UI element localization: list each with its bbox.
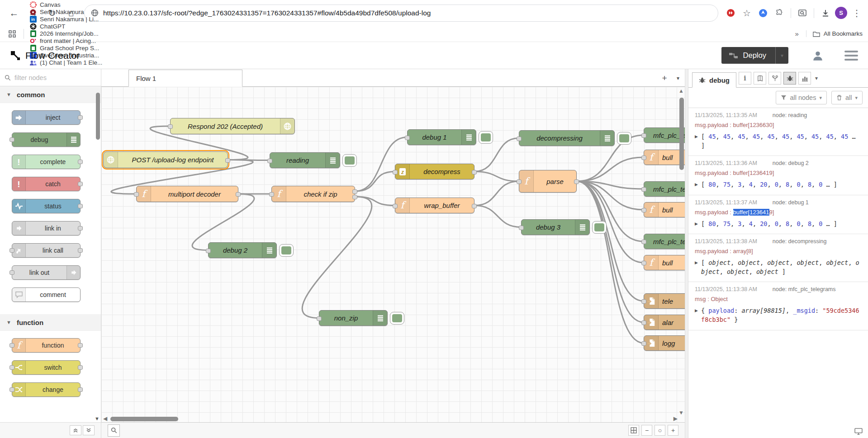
wire-parse-to-tele[interactable]: [577, 181, 644, 301]
flow-node-bull2[interactable]: fbull: [644, 202, 685, 217]
palette-section-common[interactable]: ▼common: [0, 86, 101, 103]
bookmark-item[interactable]: Canvas: [29, 1, 102, 9]
wire-parse-to-ala[interactable]: [577, 181, 644, 322]
debug-clear-button[interactable]: all ▾: [831, 91, 863, 104]
flow-node-nonzip[interactable]: non_zip: [319, 310, 388, 326]
input-port[interactable]: [269, 192, 274, 197]
palette-filter[interactable]: [0, 69, 101, 86]
input-port[interactable]: [641, 341, 646, 346]
flow-node-tele[interactable]: tele: [644, 293, 685, 309]
output-port[interactable]: [78, 182, 83, 186]
bookmarks-overflow-icon[interactable]: »: [795, 30, 798, 38]
input-port[interactable]: [641, 320, 646, 325]
message-property[interactable]: msg.payload : buffer[1236630]: [695, 122, 863, 128]
palette-node-link-in[interactable]: link in: [12, 221, 81, 235]
bookmark-item[interactable]: inSenri Nakamura | Li...: [29, 16, 102, 23]
navigator-search-button[interactable]: [108, 424, 120, 437]
input-port[interactable]: [641, 299, 646, 304]
wire-wrapbuffer-to-debug3[interactable]: [474, 206, 521, 227]
wire-decompress-to-parse[interactable]: [474, 172, 519, 182]
flow-node-debug3[interactable]: debug 3: [521, 219, 590, 235]
flow-node-parse[interactable]: fparse: [519, 170, 577, 193]
input-port[interactable]: [206, 249, 211, 253]
debug-toggle-button[interactable]: [592, 221, 607, 234]
tab-flow-1[interactable]: Flow 1: [128, 70, 242, 87]
palette-scrollbar-thumb[interactable]: [96, 93, 100, 140]
input-port[interactable]: [168, 124, 173, 129]
config-nodes-tab-icon[interactable]: [768, 72, 781, 85]
flow-node-debug2[interactable]: debug 2: [208, 242, 277, 258]
output-port[interactable]: [78, 248, 83, 253]
output-port[interactable]: [225, 158, 230, 163]
debug-message[interactable]: 11/13/2025, 11:13:37 AM node: debug 1 ms…: [688, 195, 868, 235]
wire-multiport-to-debug2[interactable]: [192, 194, 254, 250]
profile-avatar[interactable]: S: [835, 7, 847, 19]
all-bookmarks-button[interactable]: All Bookmarks: [806, 30, 863, 37]
input-port[interactable]: [393, 204, 398, 208]
palette-scroll-down-icon[interactable]: ▼: [95, 416, 100, 421]
output-port[interactable]: [78, 160, 83, 164]
canvas-scroll-right-icon[interactable]: ▶: [674, 415, 678, 422]
input-port[interactable]: [641, 187, 646, 192]
output-port[interactable]: [352, 195, 357, 199]
expand-triangle-icon[interactable]: ▶: [695, 134, 698, 140]
input-port[interactable]: [9, 387, 14, 392]
help-tab-icon[interactable]: [754, 72, 766, 85]
flow-node-respond[interactable]: Respond 202 (Accepted): [170, 118, 295, 134]
canvas-scroll-left-icon[interactable]: ◀: [103, 415, 107, 422]
message-payload[interactable]: ▶[ 45, 45, 45, 45, 45, 45, 45, 45, 45, 4…: [695, 132, 863, 150]
blue-extension-icon[interactable]: [756, 6, 770, 20]
zoom-reset-button[interactable]: ○: [655, 425, 665, 436]
palette-node-comment[interactable]: comment: [12, 287, 81, 302]
message-payload[interactable]: ▶{ payload: array[98815], _msgid: "59cde…: [695, 306, 863, 324]
deploy-button[interactable]: Deploy ▾: [721, 47, 788, 64]
bookmark-item[interactable]: O'front matter | Acing...: [29, 38, 102, 45]
expand-all-button[interactable]: [83, 425, 95, 435]
debug-message[interactable]: 11/13/2025, 11:13:35 AM node: reading ms…: [688, 108, 868, 156]
input-port[interactable]: [519, 226, 524, 230]
flow-node-decompressing[interactable]: decompressing: [519, 130, 615, 146]
input-port[interactable]: [9, 343, 14, 348]
extensions-puzzle-icon[interactable]: [773, 6, 786, 20]
wire-checkzip-to-wrapbuffer[interactable]: [355, 197, 395, 206]
search-tabs-icon[interactable]: [796, 6, 809, 20]
apps-grid-icon[interactable]: [5, 27, 19, 41]
debug-message[interactable]: 11/13/2025, 11:13:36 AM node: debug 2 ms…: [688, 156, 868, 195]
download-icon[interactable]: [819, 6, 832, 20]
input-port[interactable]: [641, 133, 646, 138]
input-port[interactable]: [267, 159, 272, 163]
canvas-scroll-up-icon[interactable]: ▲: [678, 88, 684, 94]
bookmark-star-icon[interactable]: ☆: [740, 6, 754, 20]
output-port[interactable]: [236, 192, 241, 197]
flow-node-wrapbuffer[interactable]: fwrap_buffer: [395, 198, 474, 213]
palette-node-complete[interactable]: !complete: [12, 155, 81, 169]
input-port[interactable]: [9, 365, 14, 370]
extension-badge-icon[interactable]: [724, 6, 737, 20]
palette-node-change[interactable]: change: [12, 382, 81, 397]
flow-node-bull1[interactable]: fbull: [644, 150, 685, 165]
palette-node-inject[interactable]: inject: [12, 110, 81, 125]
flow-node-post[interactable]: POST /upload-log endpoint: [103, 151, 228, 168]
minimap-toggle-icon[interactable]: [628, 425, 639, 436]
output-port[interactable]: [472, 170, 477, 174]
deploy-caret-icon[interactable]: ▾: [775, 47, 788, 64]
wire-wrapbuffer-to-parse[interactable]: [474, 181, 519, 206]
output-port[interactable]: [78, 226, 83, 231]
debug-message[interactable]: 11/13/2025, 11:13:38 AM node: decompress…: [688, 234, 868, 282]
message-property[interactable]: msg.payload : buffer[1236419]: [695, 170, 863, 176]
address-bar[interactable]: https://10.23.0.137/sfc-root/?edge_17630…: [84, 5, 718, 22]
wire-checkzip-to-decompress[interactable]: [355, 172, 395, 192]
input-port[interactable]: [517, 179, 522, 184]
input-port[interactable]: [641, 240, 646, 244]
zoom-in-button[interactable]: +: [668, 425, 678, 436]
debug-filter-button[interactable]: all nodes ▾: [776, 91, 827, 104]
panel-splitter[interactable]: [685, 69, 688, 438]
palette-node-function[interactable]: ffunction: [12, 338, 81, 353]
input-port[interactable]: [317, 316, 322, 321]
flow-node-decompress[interactable]: zdecompress: [395, 164, 474, 179]
debug-toggle-button[interactable]: [479, 131, 493, 144]
flow-node-bull3[interactable]: fbull: [644, 255, 685, 270]
input-port[interactable]: [134, 192, 139, 197]
bookmark-item[interactable]: Senri Nakamura: [29, 9, 102, 16]
palette-filter-input[interactable]: [14, 74, 82, 81]
